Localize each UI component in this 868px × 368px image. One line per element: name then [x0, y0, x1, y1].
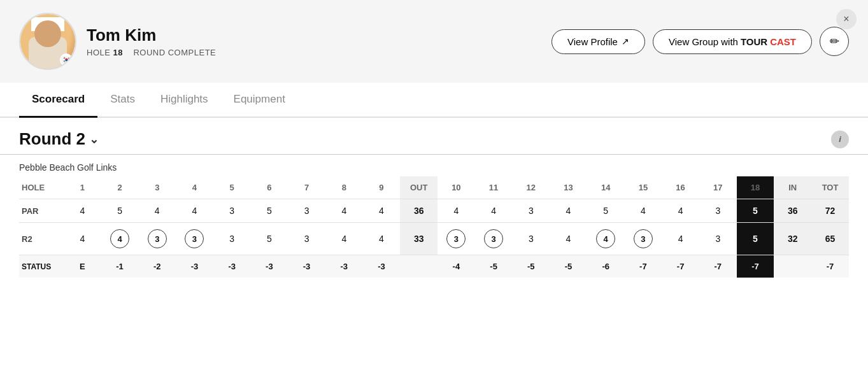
pencil-button[interactable]: ✏	[820, 27, 849, 56]
par-17: 3	[699, 199, 737, 223]
status-label: STATUS	[19, 255, 64, 278]
hole-header-row: HOLE 1 2 3 4 5 6 7 8 9 OUT 10 11 12 13 1…	[19, 176, 849, 199]
status-9: -3	[363, 255, 401, 278]
tab-highlights[interactable]: Highlights	[148, 83, 221, 118]
status-tot: -7	[811, 255, 849, 278]
tab-stats[interactable]: Stats	[97, 83, 148, 118]
status-row: STATUS E -1 -2 -3 -3 -3 -3 -3 -3 -4 -5 -…	[19, 255, 849, 278]
birdie-circle-15: 3	[634, 229, 653, 248]
close-icon: ×	[843, 13, 849, 25]
r2-2: 4	[101, 223, 139, 255]
r2-16: 4	[662, 223, 699, 255]
status-10: -4	[438, 255, 475, 278]
birdie-circle-10: 3	[446, 229, 466, 248]
r2-11: 3	[475, 223, 513, 255]
info-icon[interactable]: i	[831, 131, 849, 148]
birdie-circle-3: 3	[148, 229, 167, 248]
status-17: -7	[699, 255, 737, 278]
par-15: 4	[625, 199, 662, 223]
hole-6: 6	[251, 176, 288, 199]
par-2: 5	[101, 199, 139, 223]
arrow-icon: ↗	[622, 36, 629, 46]
scorecard-table: HOLE 1 2 3 4 5 6 7 8 9 OUT 10 11 12 13 1…	[19, 176, 849, 278]
status-3: -2	[138, 255, 176, 278]
course-name: Pebble Beach Golf Links	[0, 155, 868, 176]
r2-1: 4	[64, 223, 101, 255]
par-16: 4	[662, 199, 699, 223]
par-14: 5	[587, 199, 625, 223]
status-in	[774, 255, 811, 278]
r2-6: 5	[251, 223, 288, 255]
r2-4: 3	[176, 223, 213, 255]
birdie-circle-11: 3	[484, 229, 503, 248]
r2-13: 4	[550, 223, 587, 255]
hole-8: 8	[325, 176, 363, 199]
par-row: PAR 4 5 4 4 3 5 3 4 4 36 4 4 3 4 5 4 4 3…	[19, 199, 849, 223]
view-group-button[interactable]: View Group with TOURCAST	[653, 29, 812, 54]
player-name: Tom Kim	[87, 25, 216, 45]
hole-16: 16	[662, 176, 699, 199]
hole-7: 7	[288, 176, 325, 199]
hole-1: 1	[64, 176, 101, 199]
r2-row: R2 4 4 3 3 3 5 3 4 4 33 3 3 3 4 4 3 4 3 …	[19, 223, 849, 255]
par-8: 4	[325, 199, 363, 223]
hole-5: 5	[213, 176, 251, 199]
status-14: -6	[587, 255, 625, 278]
par-label: PAR	[19, 199, 64, 223]
par-in: 36	[774, 199, 811, 223]
status-12: -5	[512, 255, 550, 278]
tab-scorecard[interactable]: Scorecard	[19, 83, 97, 118]
round-header: Round 2 ⌄ i	[0, 118, 868, 155]
status-18: -7	[737, 255, 774, 278]
r2-18: 5	[737, 223, 774, 255]
status-5: -3	[213, 255, 251, 278]
r2-5: 3	[213, 223, 251, 255]
r2-10: 3	[438, 223, 475, 255]
status-7: -3	[288, 255, 325, 278]
hole-14: 14	[587, 176, 625, 199]
player-info: Tom Kim HOLE 18 ROUND COMPLETE	[87, 25, 216, 57]
par-1: 4	[64, 199, 101, 223]
par-4: 4	[176, 199, 213, 223]
r2-8: 4	[325, 223, 363, 255]
par-9: 4	[363, 199, 401, 223]
status-4: -3	[176, 255, 213, 278]
status-out	[400, 255, 438, 278]
hole-2: 2	[101, 176, 139, 199]
hole-in: IN	[774, 176, 811, 199]
flag-icon: 🇰🇷	[60, 53, 73, 66]
par-5: 3	[213, 199, 251, 223]
status-13: -5	[550, 255, 587, 278]
r2-label: R2	[19, 223, 64, 255]
view-profile-button[interactable]: View Profile ↗	[551, 29, 645, 54]
par-7: 3	[288, 199, 325, 223]
par-3: 4	[138, 199, 176, 223]
par-12: 3	[512, 199, 550, 223]
par-tot: 72	[811, 199, 849, 223]
hole-9: 9	[363, 176, 401, 199]
player-header: 🇰🇷 Tom Kim HOLE 18 ROUND COMPLETE View P…	[0, 0, 868, 83]
par-13: 4	[550, 199, 587, 223]
hole-11: 11	[475, 176, 513, 199]
status-6: -3	[251, 255, 288, 278]
par-10: 4	[438, 199, 475, 223]
tab-bar: Scorecard Stats Highlights Equipment	[0, 83, 868, 118]
hole-18: 18	[737, 176, 774, 199]
hole-tot: TOT	[811, 176, 849, 199]
scorecard-wrap: HOLE 1 2 3 4 5 6 7 8 9 OUT 10 11 12 13 1…	[0, 176, 868, 290]
hole-10: 10	[438, 176, 475, 199]
round-title-text: Round 2	[19, 129, 85, 149]
close-button[interactable]: ×	[836, 9, 857, 29]
r2-in: 32	[774, 223, 811, 255]
chevron-down-icon: ⌄	[89, 132, 99, 146]
r2-15: 3	[625, 223, 662, 255]
player-meta: HOLE 18 ROUND COMPLETE	[87, 48, 216, 57]
par-11: 4	[475, 199, 513, 223]
tab-equipment[interactable]: Equipment	[221, 83, 298, 118]
round-selector[interactable]: Round 2 ⌄	[19, 129, 99, 149]
status-1: E	[64, 255, 101, 278]
header-actions: View Profile ↗ View Group with TOURCAST …	[551, 27, 849, 56]
par-18: 5	[737, 199, 774, 223]
pencil-icon: ✏	[830, 34, 839, 48]
par-6: 5	[251, 199, 288, 223]
